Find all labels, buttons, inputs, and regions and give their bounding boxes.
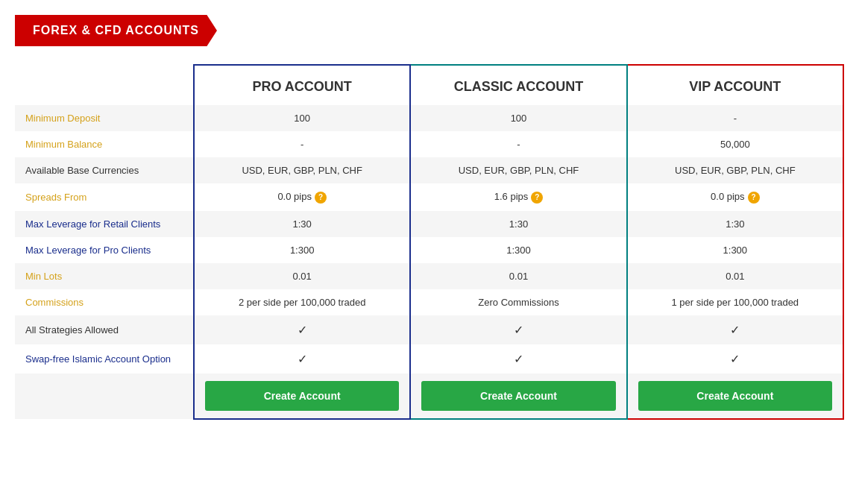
cell-pro-6: 0.01 [194,263,410,289]
table-row: Min Lots0.010.010.01 [15,263,843,289]
table-row: Minimum Deposit100100- [15,105,843,131]
row-label: Max Leverage for Retail Clients [15,211,194,237]
cell-vip-4: 1:30 [627,211,843,237]
row-label: Commissions [15,289,194,315]
cell-pro-0: 100 [194,105,410,131]
cell-pro-3: 0.0 pips? [194,183,410,211]
classic-account-header: CLASSIC ACCOUNT [410,65,626,105]
table-row: Max Leverage for Retail Clients1:301:301… [15,211,843,237]
cell-vip-8: ✓ [627,315,843,344]
button-row-empty [15,374,194,419]
create-account-pro-button-cell: Create Account [194,374,410,419]
table-row: Swap-free Islamic Account Option✓✓✓ [15,344,843,374]
cell-pro-9: ✓ [194,344,410,374]
pro-account-header: PRO ACCOUNT [194,65,410,105]
info-icon[interactable]: ? [748,192,760,204]
table-row: Spreads From0.0 pips?1.6 pips?0.0 pips? [15,183,843,211]
create-account-pro-button[interactable]: Create Account [205,381,399,411]
cell-pro-8: ✓ [194,315,410,344]
cell-classic-0: 100 [410,105,626,131]
row-label: All Strategies Allowed [15,315,194,344]
button-row: Create AccountCreate AccountCreate Accou… [15,374,843,419]
info-icon[interactable]: ? [315,192,327,204]
cell-classic-7: Zero Commissions [410,289,626,315]
cell-vip-3: 0.0 pips? [627,183,843,211]
cell-pro-4: 1:30 [194,211,410,237]
create-account-vip-button[interactable]: Create Account [638,381,832,411]
row-label: Minimum Deposit [15,105,194,131]
cell-classic-5: 1:300 [410,237,626,263]
row-label: Max Leverage for Pro Clients [15,237,194,263]
page-title: FOREX & CFD ACCOUNTS [33,24,199,37]
table-row: Available Base CurrenciesUSD, EUR, GBP, … [15,157,843,183]
cell-pro-7: 2 per side per 100,000 traded [194,289,410,315]
table-row: All Strategies Allowed✓✓✓ [15,315,843,344]
vip-account-header: VIP ACCOUNT [627,65,843,105]
cell-vip-9: ✓ [627,344,843,374]
cell-vip-0: - [627,105,843,131]
cell-classic-2: USD, EUR, GBP, PLN, CHF [410,157,626,183]
cell-classic-6: 0.01 [410,263,626,289]
cell-pro-1: - [194,131,410,157]
cell-vip-5: 1:300 [627,237,843,263]
empty-header [15,65,194,105]
header-banner: FOREX & CFD ACCOUNTS [15,15,217,46]
create-account-classic-button-cell: Create Account [410,374,626,419]
comparison-table: PRO ACCOUNT CLASSIC ACCOUNT VIP ACCOUNT … [15,64,844,420]
cell-vip-1: 50,000 [627,131,843,157]
table-row: Max Leverage for Pro Clients1:3001:3001:… [15,237,843,263]
cell-pro-2: USD, EUR, GBP, PLN, CHF [194,157,410,183]
cell-classic-9: ✓ [410,344,626,374]
row-label: Swap-free Islamic Account Option [15,344,194,374]
cell-pro-5: 1:300 [194,237,410,263]
cell-vip-2: USD, EUR, GBP, PLN, CHF [627,157,843,183]
cell-classic-3: 1.6 pips? [410,183,626,211]
row-label: Spreads From [15,183,194,211]
create-account-vip-button-cell: Create Account [627,374,843,419]
create-account-classic-button[interactable]: Create Account [421,381,615,411]
cell-classic-4: 1:30 [410,211,626,237]
cell-vip-6: 0.01 [627,263,843,289]
info-icon[interactable]: ? [531,192,543,204]
table-row: Commissions2 per side per 100,000 traded… [15,289,843,315]
row-label: Min Lots [15,263,194,289]
table-row: Minimum Balance--50,000 [15,131,843,157]
row-label: Minimum Balance [15,131,194,157]
cell-classic-8: ✓ [410,315,626,344]
cell-classic-1: - [410,131,626,157]
cell-vip-7: 1 per side per 100,000 traded [627,289,843,315]
row-label: Available Base Currencies [15,157,194,183]
